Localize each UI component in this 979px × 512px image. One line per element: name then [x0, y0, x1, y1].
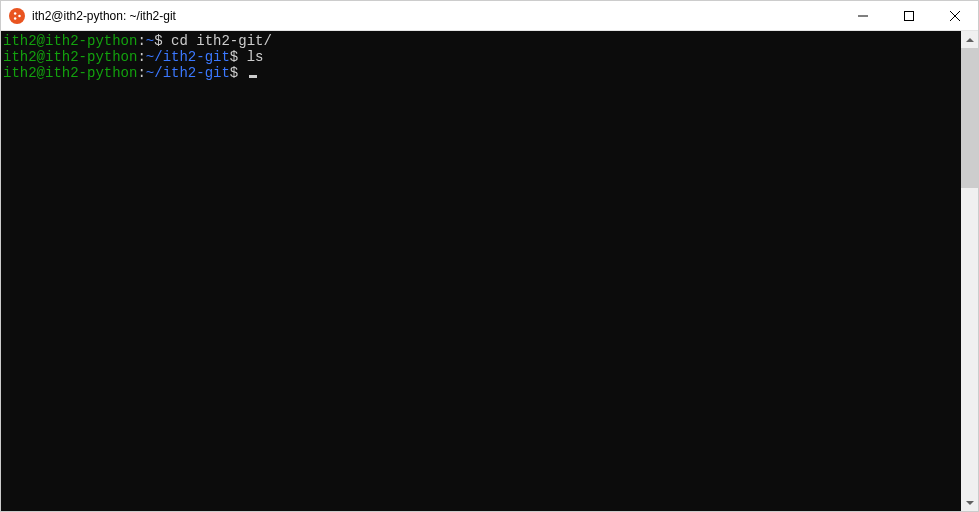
prompt-sep: : [137, 49, 145, 65]
vertical-scrollbar[interactable] [961, 31, 978, 511]
maximize-button[interactable] [886, 1, 932, 30]
command-text: cd ith2-git/ [171, 33, 272, 49]
cursor [249, 75, 257, 78]
prompt-symbol: $ [230, 49, 247, 65]
terminal[interactable]: ith2@ith2-python:~$ cd ith2-git/ ith2@it… [1, 31, 961, 511]
prompt-path: ~ [146, 33, 154, 49]
titlebar: ith2@ith2-python: ~/ith2-git [1, 1, 978, 31]
prompt-sep: : [137, 65, 145, 81]
chevron-up-icon [966, 38, 974, 42]
ubuntu-icon [9, 8, 25, 24]
scrollbar-thumb[interactable] [961, 48, 978, 188]
svg-point-0 [18, 14, 21, 17]
prompt-symbol: $ [230, 65, 247, 81]
prompt-user: ith2@ith2-python [3, 49, 137, 65]
svg-marker-7 [966, 38, 974, 42]
minimize-button[interactable] [840, 1, 886, 30]
window-controls [840, 1, 978, 30]
close-button[interactable] [932, 1, 978, 30]
svg-rect-4 [905, 11, 914, 20]
svg-point-1 [14, 12, 17, 15]
scroll-down-button[interactable] [961, 494, 978, 511]
prompt-symbol: $ [154, 33, 171, 49]
chevron-down-icon [966, 501, 974, 505]
content-area: ith2@ith2-python:~$ cd ith2-git/ ith2@it… [1, 31, 978, 511]
svg-point-2 [14, 17, 17, 20]
prompt-user: ith2@ith2-python [3, 65, 137, 81]
svg-marker-8 [966, 501, 974, 505]
prompt-sep: : [137, 33, 145, 49]
scroll-up-button[interactable] [961, 31, 978, 48]
command-text: ls [247, 49, 264, 65]
prompt-user: ith2@ith2-python [3, 33, 137, 49]
prompt-path: ~/ith2-git [146, 49, 230, 65]
scrollbar-track[interactable] [961, 48, 978, 494]
window-title: ith2@ith2-python: ~/ith2-git [32, 9, 840, 23]
prompt-path: ~/ith2-git [146, 65, 230, 81]
